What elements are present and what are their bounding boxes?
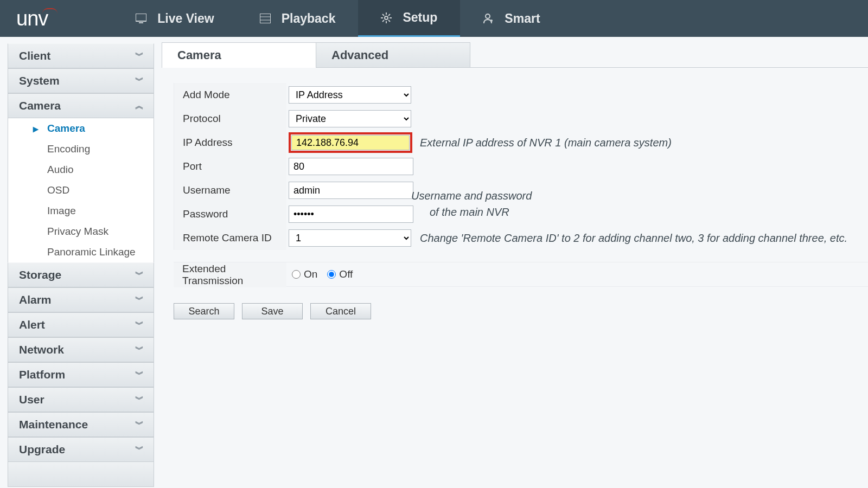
nav-playback[interactable]: Playback xyxy=(237,0,359,37)
nav-setup[interactable]: Setup xyxy=(358,0,460,37)
sidebar-tail xyxy=(8,462,154,487)
svg-point-15 xyxy=(490,20,493,22)
ext-on-option[interactable]: On xyxy=(292,268,317,280)
sidebar-item-encoding[interactable]: Encoding xyxy=(8,139,154,159)
nav-live-view[interactable]: Live View xyxy=(113,0,237,37)
chevron-down-icon: ︾ xyxy=(135,294,143,306)
sidebar-item-image[interactable]: Image xyxy=(8,201,154,221)
chevron-down-icon: ︾ xyxy=(135,444,143,455)
chevron-down-icon: ︾ xyxy=(135,394,143,406)
svg-line-12 xyxy=(382,20,384,22)
sidebar-group-label: Platform xyxy=(19,368,65,381)
nav-label: Live View xyxy=(157,11,214,26)
protocol-label: Protocol xyxy=(174,107,286,131)
sidebar: Client︾ System︾ Camera︽ Camera Encoding … xyxy=(0,37,162,487)
sidebar-item-osd[interactable]: OSD xyxy=(8,180,154,201)
nav-label: Smart xyxy=(505,11,540,26)
nav-label: Setup xyxy=(403,10,437,25)
save-button[interactable]: Save xyxy=(242,303,303,319)
sidebar-group-label: System xyxy=(19,74,60,87)
chevron-down-icon: ︾ xyxy=(135,50,143,62)
sidebar-item-audio[interactable]: Audio xyxy=(8,159,154,180)
port-input[interactable] xyxy=(289,158,413,175)
form-buttons: Search Save Cancel xyxy=(174,303,868,319)
sidebar-group-system[interactable]: System︾ xyxy=(8,68,154,93)
film-icon xyxy=(260,14,271,23)
highlight-box xyxy=(289,132,412,153)
password-input[interactable] xyxy=(289,206,413,223)
port-label: Port xyxy=(174,155,286,178)
protocol-select[interactable]: Private xyxy=(289,110,411,127)
svg-line-10 xyxy=(382,14,384,16)
sidebar-group-label: Camera xyxy=(19,99,61,112)
chevron-down-icon: ︾ xyxy=(135,419,143,431)
sidebar-item-camera[interactable]: Camera xyxy=(8,118,154,139)
sidebar-group-alert[interactable]: Alert︾ xyxy=(8,312,154,337)
chevron-down-icon: ︾ xyxy=(135,319,143,331)
tab-advanced[interactable]: Advanced xyxy=(316,42,470,67)
ext-off-radio[interactable] xyxy=(327,270,336,279)
cancel-button[interactable]: Cancel xyxy=(310,303,371,319)
logo-arc-icon xyxy=(42,8,58,14)
ip-address-input[interactable] xyxy=(291,135,410,150)
svg-rect-2 xyxy=(260,14,271,23)
add-mode-label: Add Mode xyxy=(174,83,286,107)
add-mode-select[interactable]: IP Address xyxy=(289,86,411,104)
sidebar-group-storage[interactable]: Storage︾ xyxy=(8,262,154,287)
chevron-down-icon: ︾ xyxy=(135,369,143,381)
nav-label: Playback xyxy=(282,11,336,26)
remote-camera-id-hint: Change 'Remote Camera ID' to 2 for addin… xyxy=(411,232,847,245)
sidebar-group-label: Network xyxy=(19,343,64,356)
gear-icon xyxy=(381,12,392,23)
sidebar-group-alarm[interactable]: Alarm︾ xyxy=(8,287,154,312)
remote-camera-id-select[interactable]: 1 xyxy=(289,229,411,247)
svg-line-11 xyxy=(388,20,390,22)
sidebar-group-label: Alarm xyxy=(19,293,52,306)
sidebar-group-upgrade[interactable]: Upgrade︾ xyxy=(8,437,154,462)
content-area: Camera Advanced Add Mode IP Address Prot… xyxy=(162,37,868,487)
sidebar-group-label: User xyxy=(19,393,44,406)
sidebar-group-label: Alert xyxy=(19,318,45,331)
sidebar-group-client[interactable]: Client︾ xyxy=(8,43,154,68)
main-nav: Live View Playback Setup Smart xyxy=(113,0,563,37)
content-tabs: Camera Advanced xyxy=(162,42,868,68)
ip-address-label: IP Address xyxy=(174,131,286,155)
sidebar-group-label: Maintenance xyxy=(19,418,88,431)
chevron-down-icon: ︾ xyxy=(135,344,143,356)
sidebar-group-network[interactable]: Network︾ xyxy=(8,337,154,362)
nav-smart[interactable]: Smart xyxy=(460,0,563,37)
credentials-hint: Username and password of the main NVR xyxy=(411,188,532,220)
search-button[interactable]: Search xyxy=(174,303,234,319)
sidebar-group-label: Upgrade xyxy=(19,443,65,456)
ip-address-hint: External IP address of NVR 1 (main camer… xyxy=(411,137,672,149)
chevron-up-icon: ︽ xyxy=(135,100,143,112)
remote-camera-id-label: Remote Camera ID xyxy=(174,226,286,250)
sidebar-group-user[interactable]: User︾ xyxy=(8,387,154,412)
sidebar-group-label: Storage xyxy=(19,268,61,281)
tab-camera[interactable]: Camera xyxy=(162,42,316,67)
sidebar-group-label: Client xyxy=(19,49,50,62)
username-input[interactable] xyxy=(289,182,413,199)
sidebar-item-panoramic-linkage[interactable]: Panoramic Linkage xyxy=(8,242,154,262)
svg-rect-0 xyxy=(136,14,146,21)
brand-logo: unv xyxy=(16,7,80,30)
svg-rect-1 xyxy=(139,22,143,23)
svg-line-13 xyxy=(388,14,390,16)
sidebar-item-privacy-mask[interactable]: Privacy Mask xyxy=(8,221,154,242)
sidebar-group-camera[interactable]: Camera︽ xyxy=(8,93,154,118)
sidebar-subitems: Camera Encoding Audio OSD Image Privacy … xyxy=(8,118,154,262)
monitor-icon xyxy=(136,14,146,23)
person-icon xyxy=(483,13,494,24)
extended-transmission-label: Extended Transmission xyxy=(174,262,286,287)
password-label: Password xyxy=(174,202,286,226)
ext-off-option[interactable]: Off xyxy=(327,268,353,280)
username-label: Username xyxy=(174,178,286,202)
svg-point-5 xyxy=(385,16,388,20)
sidebar-group-platform[interactable]: Platform︾ xyxy=(8,362,154,387)
chevron-down-icon: ︾ xyxy=(135,75,143,87)
ext-on-radio[interactable] xyxy=(292,270,301,279)
chevron-down-icon: ︾ xyxy=(135,269,143,281)
sidebar-group-maintenance[interactable]: Maintenance︾ xyxy=(8,412,154,437)
extended-transmission-radios: On Off xyxy=(286,262,353,286)
svg-point-14 xyxy=(486,14,490,18)
